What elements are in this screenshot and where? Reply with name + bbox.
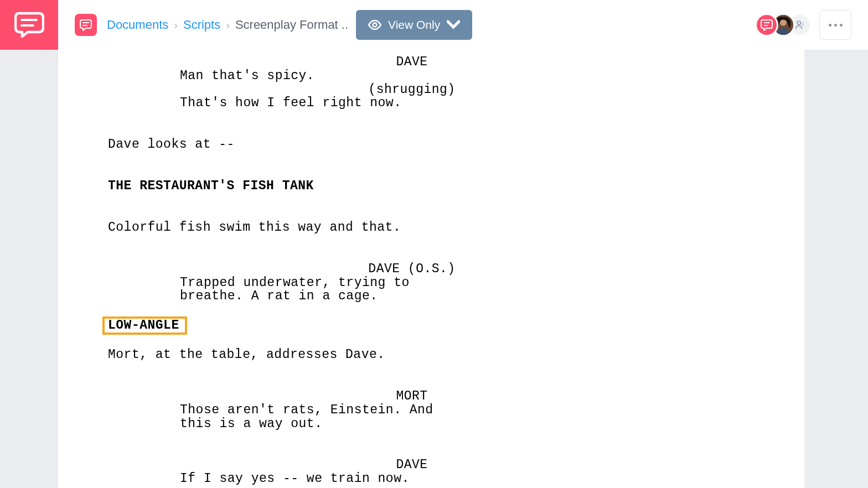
character-cue: DAVE (O.S.): [180, 262, 644, 276]
action-line: Dave looks at --: [108, 138, 755, 152]
view-only-label: View Only: [388, 18, 440, 32]
dialogue-line: this is a way out.: [180, 417, 644, 431]
parenthetical: (shrugging): [180, 83, 644, 97]
chevron-right-icon: ›: [226, 19, 230, 32]
action-line: Mort, at the table, addresses Dave.: [108, 348, 755, 362]
header: Documents › Scripts › Screenplay Format …: [58, 0, 868, 50]
scene-slug: THE RESTAURANT'S FISH TANK: [108, 179, 755, 193]
chevron-right-icon: ›: [174, 19, 178, 32]
highlighted-slug: LOW-ANGLE: [108, 316, 755, 335]
screenplay-body: DAVE Man that's spicy. (shrugging) That'…: [108, 55, 755, 488]
breadcrumb-current: Screenplay Format ..: [235, 18, 348, 32]
breadcrumb-scripts[interactable]: Scripts: [183, 18, 220, 32]
dialogue-line: Man that's spicy.: [180, 69, 644, 83]
dialogue-line: Those aren't rats, Einstein. And: [180, 403, 644, 417]
svg-point-9: [797, 21, 800, 24]
character-cue: MORT: [180, 390, 644, 403]
svg-point-11: [803, 24, 804, 25]
character-cue: DAVE: [180, 458, 644, 472]
character-cue: DAVE: [180, 55, 644, 69]
dialogue-line: breathe. A rat in a cage.: [180, 289, 644, 303]
svg-point-10: [803, 23, 804, 24]
view-only-button[interactable]: View Only: [356, 10, 472, 40]
document-area: DAVE Man that's spicy. (shrugging) That'…: [58, 50, 804, 488]
chat-icon: [761, 19, 773, 31]
app-logo[interactable]: [0, 0, 58, 50]
more-icon: [829, 24, 843, 27]
chat-icon: [80, 19, 92, 31]
dialogue-line: If I say yes -- we train now.: [180, 472, 644, 486]
eye-icon: [368, 18, 381, 32]
dialogue-line: That's how I feel right now.: [180, 96, 644, 110]
breadcrumb-documents[interactable]: Documents: [107, 18, 168, 32]
more-button[interactable]: [819, 10, 851, 40]
add-user-icon: [795, 20, 805, 30]
breadcrumb: Documents › Scripts › Screenplay Format …: [107, 18, 348, 32]
avatar-presence[interactable]: [755, 13, 778, 37]
svg-point-4: [373, 23, 377, 27]
header-right: [755, 10, 851, 40]
action-line: Colorful fish swim this way and that.: [108, 221, 755, 235]
avatar-stack[interactable]: [755, 13, 812, 37]
dialogue-line: Trapped underwater, trying to: [180, 276, 644, 290]
chat-bubble-icon: [14, 11, 44, 39]
chevron-down-icon: [447, 18, 460, 32]
script-icon-button[interactable]: [75, 14, 97, 36]
slug-low-angle: LOW-ANGLE: [102, 316, 187, 335]
